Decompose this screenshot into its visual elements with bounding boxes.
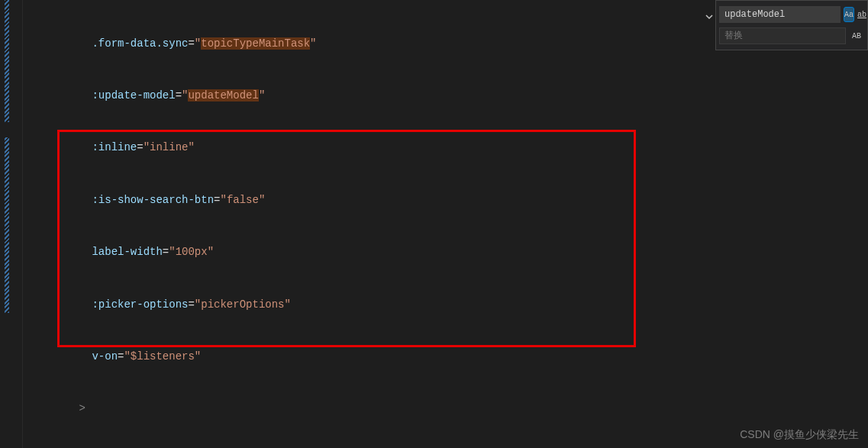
code-content[interactable]: .form-data.sync="topicTypeMainTask" :upd…	[23, 0, 868, 448]
code-line[interactable]: :picker-options="pickerOptions"	[53, 296, 868, 314]
chevron-down-icon	[705, 13, 713, 21]
whole-word-button[interactable]: ab	[857, 7, 866, 22]
code-line[interactable]: :inline="inline"	[53, 139, 868, 156]
code-line[interactable]: label-width="100px"	[53, 243, 868, 261]
gutter-diff-marker	[5, 137, 9, 313]
code-line[interactable]: v-on="$listeners"	[53, 348, 868, 366]
find-replace-panel[interactable]: Aa ab .* AB	[715, 0, 868, 50]
preserve-case-button[interactable]: AB	[849, 28, 864, 44]
code-line[interactable]: :update-model="updateModel"	[53, 87, 868, 105]
case-sensitive-button[interactable]: Aa	[844, 7, 854, 22]
watermark-text: CSDN @摸鱼少侠梁先生	[740, 428, 859, 442]
editor-gutter	[0, 0, 23, 448]
toggle-replace-arrow[interactable]	[704, 11, 715, 22]
replace-input[interactable]	[719, 27, 846, 44]
code-line[interactable]: :is-show-search-btn="false"	[53, 192, 868, 209]
find-input[interactable]	[719, 6, 841, 23]
code-editor[interactable]: .form-data.sync="topicTypeMainTask" :upd…	[0, 0, 868, 448]
code-line[interactable]: >	[53, 400, 868, 417]
gutter-diff-marker	[5, 0, 9, 122]
